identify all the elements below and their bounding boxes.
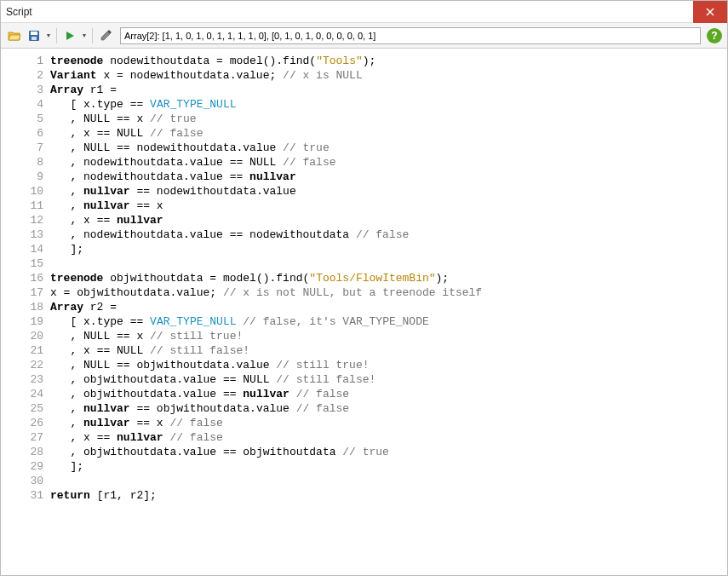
code-line[interactable]: 3Array r1 = [1,83,727,97]
code-line[interactable]: 1treenode nodewithoutdata = model().find… [1,54,727,68]
code-line[interactable]: 15 [1,256,727,271]
code-content[interactable]: Array r2 = [50,300,727,314]
titlebar: Script [1,1,727,23]
code-line[interactable]: 24 , objwithoutdata.value == nullvar // … [1,387,727,401]
line-number: 2 [1,68,50,83]
code-content[interactable]: [ x.type == VAR_TYPE_NULL // false, it's… [50,314,727,329]
line-number: 14 [1,242,50,256]
sampler-button[interactable] [97,27,114,44]
code-content[interactable]: treenode objwithoutdata = model().find("… [50,271,727,285]
code-content[interactable]: , x == nullvar // false [50,430,727,445]
code-content[interactable]: , nodewithoutdata.value == nullvar [50,170,727,184]
sampler-icon [99,29,112,43]
code-line[interactable]: 8 , nodewithoutdata.value == NULL // fal… [1,155,727,170]
line-number: 5 [1,112,50,126]
code-line[interactable]: 31return [r1, r2]; [1,488,727,503]
code-content[interactable]: , NULL == x // still true! [50,329,727,343]
code-content[interactable]: ]; [50,459,727,474]
code-content[interactable]: , x == NULL // still false! [50,343,727,358]
code-line[interactable]: 11 , nullvar == x [1,199,727,213]
code-line[interactable]: 16treenode objwithoutdata = model().find… [1,271,727,285]
code-content[interactable]: , NULL == x // true [50,112,727,126]
line-number: 24 [1,387,50,401]
code-content[interactable]: ]; [50,242,727,256]
code-line[interactable]: 19 [ x.type == VAR_TYPE_NULL // false, i… [1,314,727,329]
code-line[interactable]: 2Variant x = nodewithoutdata.value; // x… [1,68,727,83]
line-number: 31 [1,488,50,503]
code-content[interactable]: , nullvar == x // false [50,416,727,430]
line-number: 19 [1,314,50,329]
code-content[interactable]: , nullvar == nodewithoutdata.value [50,184,727,199]
separator [56,28,57,43]
code-line[interactable]: 6 , x == NULL // false [1,126,727,141]
code-content[interactable]: Variant x = nodewithoutdata.value; // x … [50,68,727,83]
code-line[interactable]: 21 , x == NULL // still false! [1,343,727,358]
code-line[interactable]: 25 , nullvar == objwithoutdata.value // … [1,401,727,416]
code-content[interactable]: , nullvar == x [50,199,727,213]
code-content[interactable]: treenode nodewithoutdata = model().find(… [50,54,727,68]
result-field[interactable] [120,27,701,44]
code-content[interactable]: , x == NULL // false [50,126,727,141]
code-content[interactable]: , objwithoutdata.value == nullvar // fal… [50,387,727,401]
line-number: 25 [1,401,50,416]
code-content[interactable]: , nodewithoutdata.value == nodewithoutda… [50,228,727,242]
save-button[interactable] [26,27,43,44]
code-content[interactable]: [ x.type == VAR_TYPE_NULL [50,97,727,112]
code-content[interactable] [50,474,727,488]
code-content[interactable] [50,256,727,271]
code-line[interactable]: 27 , x == nullvar // false [1,430,727,445]
line-number: 28 [1,445,50,459]
close-icon [706,8,714,16]
help-button[interactable]: ? [707,28,722,43]
line-number: 16 [1,271,50,285]
code-line[interactable]: 14 ]; [1,242,727,256]
code-content[interactable]: , nullvar == objwithoutdata.value // fal… [50,401,727,416]
code-line[interactable]: 23 , objwithoutdata.value == NULL // sti… [1,372,727,387]
line-number: 21 [1,343,50,358]
code-line[interactable]: 9 , nodewithoutdata.value == nullvar [1,170,727,184]
line-number: 26 [1,416,50,430]
toolbar: ▼ ▼ ? [1,23,727,49]
line-number: 27 [1,430,50,445]
window-title: Script [6,6,32,18]
code-line[interactable]: 5 , NULL == x // true [1,112,727,126]
line-number: 9 [1,170,50,184]
code-content[interactable]: , NULL == nodewithoutdata.value // true [50,141,727,155]
code-line[interactable]: 26 , nullvar == x // false [1,416,727,430]
close-button[interactable] [693,1,727,23]
line-number: 6 [1,126,50,141]
code-content[interactable]: Array r1 = [50,83,727,97]
code-line[interactable]: 28 , objwithoutdata.value == objwithoutd… [1,445,727,459]
code-content[interactable]: , objwithoutdata.value == NULL // still … [50,372,727,387]
code-line[interactable]: 12 , x == nullvar [1,213,727,228]
code-content[interactable]: , nodewithoutdata.value == NULL // false [50,155,727,170]
line-number: 12 [1,213,50,228]
code-line[interactable]: 22 , NULL == objwithoutdata.value // sti… [1,358,727,372]
code-line[interactable]: 18Array r2 = [1,300,727,314]
code-line[interactable]: 29 ]; [1,459,727,474]
line-number: 4 [1,97,50,112]
run-button[interactable] [61,27,78,44]
line-number: 20 [1,329,50,343]
code-line[interactable]: 4 [ x.type == VAR_TYPE_NULL [1,97,727,112]
code-editor[interactable]: 1treenode nodewithoutdata = model().find… [1,49,727,576]
code-content[interactable]: , objwithoutdata.value == objwithoutdata… [50,445,727,459]
run-dropdown[interactable]: ▼ [81,27,88,44]
code-content[interactable]: , NULL == objwithoutdata.value // still … [50,358,727,372]
code-content[interactable]: , x == nullvar [50,213,727,228]
save-dropdown[interactable]: ▼ [45,27,52,44]
code-line[interactable]: 20 , NULL == x // still true! [1,329,727,343]
line-number: 3 [1,83,50,97]
code-content[interactable]: return [r1, r2]; [50,488,727,503]
code-content[interactable]: x = objwithoutdata.value; // x is not NU… [50,285,727,300]
line-number: 13 [1,228,50,242]
svg-rect-4 [32,37,37,40]
code-line[interactable]: 7 , NULL == nodewithoutdata.value // tru… [1,141,727,155]
code-line[interactable]: 13 , nodewithoutdata.value == nodewithou… [1,228,727,242]
open-button[interactable] [6,27,23,44]
code-line[interactable]: 30 [1,474,727,488]
svg-marker-5 [66,32,74,40]
code-line[interactable]: 17x = objwithoutdata.value; // x is not … [1,285,727,300]
code-line[interactable]: 10 , nullvar == nodewithoutdata.value [1,184,727,199]
run-icon [64,30,76,42]
